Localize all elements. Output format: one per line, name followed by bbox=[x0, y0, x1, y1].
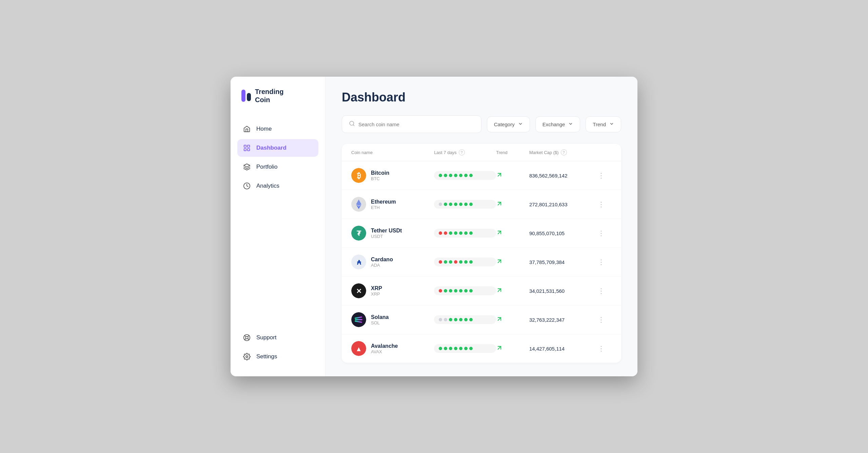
table-row: ✕ XRP XRP 34,021,531,560 ⋮ bbox=[342, 277, 621, 305]
dot bbox=[459, 231, 462, 235]
coin-table: Coin name Last 7 days ? Trend Market Cap… bbox=[342, 144, 621, 363]
trend-cell bbox=[496, 229, 529, 238]
coin-info: Solana SOL bbox=[351, 312, 434, 327]
sidebar-item-dashboard[interactable]: Dashboard bbox=[237, 139, 318, 157]
sidebar-item-settings[interactable]: Settings bbox=[237, 348, 318, 365]
app-container: Trending Coin Home bbox=[231, 77, 637, 376]
coin-icon: ₮ bbox=[351, 226, 366, 241]
trend-label: Trend bbox=[593, 121, 606, 127]
more-options-button[interactable]: ⋮ bbox=[591, 258, 612, 266]
coin-info: ✕ XRP XRP bbox=[351, 283, 434, 298]
dashboard-icon bbox=[243, 144, 251, 152]
coin-info: Ethereum ETH bbox=[351, 197, 434, 212]
trend-filter-button[interactable]: Trend bbox=[586, 116, 621, 132]
sidebar-item-portfolio[interactable]: Portfolio bbox=[237, 158, 318, 176]
dot bbox=[464, 174, 468, 177]
svg-line-24 bbox=[498, 231, 501, 233]
market-cap-cell: 836,562,569,142 bbox=[529, 173, 591, 178]
market-cap-cell: 34,021,531,560 bbox=[529, 288, 591, 294]
sidebar-item-label: Analytics bbox=[256, 183, 279, 189]
svg-rect-2 bbox=[244, 149, 246, 151]
sidebar-item-label: Support bbox=[256, 334, 277, 341]
coin-info: ₳ Cardano ADA bbox=[351, 254, 434, 269]
dots-container bbox=[434, 229, 496, 238]
logo-icon bbox=[241, 90, 251, 102]
more-options-button[interactable]: ⋮ bbox=[591, 200, 612, 208]
dot bbox=[464, 347, 468, 350]
coin-symbol: SOL bbox=[371, 320, 389, 325]
dots-container bbox=[434, 258, 496, 266]
more-options-button[interactable]: ⋮ bbox=[591, 287, 612, 295]
portfolio-icon bbox=[243, 163, 251, 171]
more-options-button[interactable]: ⋮ bbox=[591, 316, 612, 324]
search-input[interactable] bbox=[358, 121, 474, 127]
svg-text:▲: ▲ bbox=[355, 345, 362, 353]
table-row: ▲ Avalanche AVAX 14,427,605,114 ⋮ bbox=[342, 334, 621, 363]
sidebar-item-analytics[interactable]: Analytics bbox=[237, 177, 318, 195]
trend-cell bbox=[496, 287, 529, 295]
nav-bottom: Support Settings bbox=[237, 322, 318, 365]
main-content: Dashboard Category Exch bbox=[326, 77, 637, 376]
dot bbox=[444, 318, 447, 321]
coin-symbol: ADA bbox=[371, 263, 393, 268]
chevron-down-icon bbox=[568, 121, 573, 127]
coin-details: Ethereum ETH bbox=[371, 199, 396, 210]
last7days-cell bbox=[434, 286, 496, 295]
trend-cell bbox=[496, 258, 529, 266]
more-options-button[interactable]: ⋮ bbox=[591, 229, 612, 237]
dot bbox=[449, 203, 452, 206]
dots-container bbox=[434, 286, 496, 295]
last7days-cell bbox=[434, 344, 496, 353]
support-icon bbox=[243, 334, 251, 342]
trend-cell bbox=[496, 200, 529, 209]
marketcap-info-icon[interactable]: ? bbox=[561, 149, 567, 155]
coin-details: Tether USDt USDT bbox=[371, 228, 402, 239]
category-filter-button[interactable]: Category bbox=[487, 116, 530, 132]
dot bbox=[454, 174, 457, 177]
chevron-down-icon bbox=[609, 121, 614, 127]
dot bbox=[454, 203, 457, 206]
sidebar-item-support[interactable]: Support bbox=[237, 329, 318, 346]
coin-symbol: AVAX bbox=[371, 349, 398, 354]
sidebar: Trending Coin Home bbox=[231, 77, 326, 376]
more-options-button[interactable]: ⋮ bbox=[591, 344, 612, 353]
search-box[interactable] bbox=[342, 115, 481, 133]
sidebar-item-label: Home bbox=[256, 126, 272, 132]
table-header: Coin name Last 7 days ? Trend Market Cap… bbox=[342, 144, 621, 161]
market-cap-cell: 32,763,222,347 bbox=[529, 317, 591, 323]
coin-details: Cardano ADA bbox=[371, 257, 393, 268]
dot bbox=[439, 231, 442, 235]
dot bbox=[464, 260, 468, 264]
svg-line-17 bbox=[498, 173, 501, 176]
trend-cell bbox=[496, 344, 529, 353]
dot bbox=[469, 203, 473, 206]
dot bbox=[464, 203, 468, 206]
dot bbox=[454, 318, 457, 321]
col-header-trend: Trend bbox=[496, 149, 529, 155]
last7days-cell bbox=[434, 229, 496, 238]
dots-container bbox=[434, 200, 496, 209]
svg-line-11 bbox=[245, 339, 246, 340]
sidebar-item-home[interactable]: Home bbox=[237, 120, 318, 138]
svg-line-8 bbox=[245, 336, 246, 337]
dot bbox=[444, 347, 447, 350]
svg-rect-0 bbox=[244, 145, 246, 147]
exchange-filter-button[interactable]: Exchange bbox=[535, 116, 580, 132]
svg-line-27 bbox=[498, 260, 501, 262]
col-header-last-7-days: Last 7 days ? bbox=[434, 149, 496, 155]
trend-cell bbox=[496, 316, 529, 324]
last7days-info-icon[interactable]: ? bbox=[459, 149, 465, 155]
coin-icon bbox=[351, 197, 366, 212]
coin-icon: ✕ bbox=[351, 283, 366, 298]
dot bbox=[444, 289, 447, 292]
svg-text:✕: ✕ bbox=[356, 287, 362, 295]
logo-area: Trending Coin bbox=[237, 88, 318, 104]
dot bbox=[449, 289, 452, 292]
more-options-button[interactable]: ⋮ bbox=[591, 171, 612, 180]
svg-line-14 bbox=[353, 125, 354, 126]
coin-icon: ▲ bbox=[351, 341, 366, 356]
dot bbox=[459, 260, 462, 264]
trend-cell bbox=[496, 171, 529, 180]
category-label: Category bbox=[494, 121, 515, 127]
svg-line-35 bbox=[498, 317, 501, 320]
